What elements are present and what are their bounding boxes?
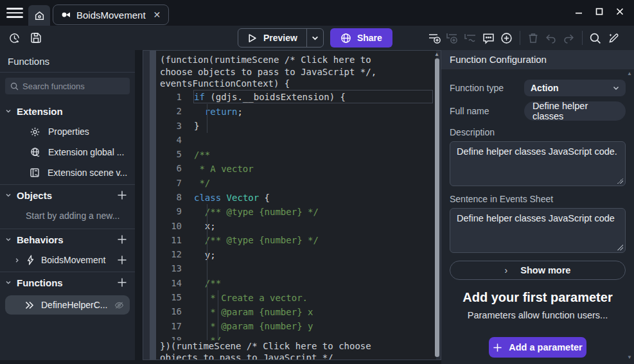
- line-number: 5: [156, 149, 193, 159]
- search-icon: [10, 82, 19, 91]
- add-comment-button[interactable]: [480, 29, 498, 47]
- edit-sparkle-icon[interactable]: [604, 29, 622, 47]
- code-line[interactable]: 6 * A vector: [156, 161, 436, 175]
- redo-button[interactable]: [560, 29, 578, 47]
- add-event-button[interactable]: [426, 29, 444, 47]
- delete-button[interactable]: [524, 29, 542, 47]
- sidebar-item-properties[interactable]: Properties: [0, 121, 135, 142]
- sidebar-title: Functions: [0, 50, 135, 73]
- line-number: 6: [156, 163, 193, 173]
- sidebar-section-objects[interactable]: Objects: [0, 185, 135, 205]
- search-functions-input[interactable]: [22, 82, 119, 91]
- code-line[interactable]: 7 */: [156, 176, 436, 190]
- add-behavior-function-button[interactable]: [117, 255, 127, 265]
- undo-button[interactable]: [542, 29, 560, 47]
- code-line[interactable]: 5/**: [156, 147, 436, 161]
- code-line[interactable]: 1if (gdjs.__boidsExtension) {: [156, 90, 436, 104]
- preview-button[interactable]: Preview: [238, 33, 306, 43]
- line-number: 18: [156, 335, 193, 340]
- add-parameter-label: Add a parameter: [509, 342, 582, 352]
- preview-options-button[interactable]: [306, 29, 323, 47]
- code-header-text[interactable]: (function(runtimeScene /* Click here to …: [156, 51, 408, 90]
- code-line[interactable]: 12 y;: [156, 247, 436, 261]
- sentence-value: Define helper classes JavaScript code: [457, 213, 615, 223]
- code-lines[interactable]: 1if (gdjs.__boidsExtension) {2 return;3}…: [156, 90, 436, 340]
- add-parameter-button[interactable]: Add a parameter: [489, 337, 586, 358]
- add-object-button[interactable]: [117, 190, 127, 200]
- full-name-input[interactable]: Define helper classes: [524, 101, 626, 121]
- line-number: 16: [156, 306, 193, 316]
- add-function-button[interactable]: [117, 277, 127, 288]
- tab-boidsmovement[interactable]: BoidsMovement ✕: [53, 4, 169, 25]
- search-button[interactable]: [586, 29, 604, 47]
- item-label: Properties: [48, 126, 89, 137]
- home-tab[interactable]: [28, 5, 50, 26]
- code-footer-text[interactable]: })(runtimeScene /* Click here to choose …: [156, 340, 408, 360]
- js-code-editor[interactable]: (function(runtimeScene /* Click here to …: [156, 51, 436, 360]
- sidebar-item-definehelperclasses[interactable]: DefineHelperC...: [5, 295, 130, 315]
- add-behavior-button[interactable]: [117, 234, 127, 245]
- description-label: Description: [450, 127, 626, 137]
- code-line[interactable]: 11 /** @type {number} */: [156, 233, 436, 247]
- code-line[interactable]: 4: [156, 133, 436, 147]
- add-subevent-button[interactable]: [444, 29, 462, 47]
- sentence-textarea[interactable]: Define helper classes JavaScript code: [450, 208, 626, 253]
- resize-grip-icon[interactable]: [617, 245, 623, 250]
- sidebar-section-functions[interactable]: Functions: [0, 272, 135, 293]
- gear-icon: [30, 126, 40, 137]
- code-line[interactable]: 9 /** @type {number} */: [156, 204, 436, 218]
- choose-event-button[interactable]: [498, 29, 516, 47]
- plus-icon: [493, 343, 502, 352]
- code-line[interactable]: 14 /**: [156, 276, 436, 290]
- eye-off-icon[interactable]: [114, 301, 124, 309]
- function-type-select[interactable]: Action: [524, 80, 626, 96]
- sidebar-item-extension-scene[interactable]: Extension scene v...: [0, 162, 135, 183]
- objects-placeholder-text: Start by adding a new...: [0, 205, 135, 227]
- panel-scroll-up-icon[interactable]: ▲: [627, 71, 632, 76]
- description-textarea[interactable]: Define helper classes JavaScript code.: [450, 141, 626, 186]
- share-button[interactable]: Share: [330, 28, 392, 48]
- close-button[interactable]: [610, 3, 630, 21]
- events-scrollbar[interactable]: [435, 58, 439, 357]
- tab-close-icon[interactable]: ✕: [154, 10, 161, 20]
- code-line[interactable]: 8class Vector {: [156, 190, 436, 204]
- code-line[interactable]: 3}: [156, 118, 436, 132]
- item-label: DefineHelperC...: [41, 300, 108, 310]
- globe-icon: [340, 33, 351, 44]
- scroll-up-icon[interactable]: ▲: [434, 51, 439, 57]
- code-line[interactable]: 2 return;: [156, 104, 436, 118]
- code-line[interactable]: 16 * @param {number} x: [156, 304, 436, 318]
- code-line[interactable]: 13: [156, 261, 436, 275]
- version-history-button[interactable]: [5, 29, 23, 47]
- sidebar-section-behaviors[interactable]: Behaviors: [0, 229, 135, 250]
- function-configuration-panel: Function Configuration ▲ ▼ Function type…: [441, 50, 634, 364]
- code-line[interactable]: 15 * Create a vector.: [156, 290, 436, 304]
- event-drag-handle[interactable]: [150, 51, 156, 360]
- code-line[interactable]: 17 * @param {number} y: [156, 319, 436, 333]
- line-number: 7: [156, 178, 193, 188]
- chevron-right-icon[interactable]: [14, 257, 20, 263]
- minimize-button[interactable]: [568, 3, 589, 21]
- chevron-down-icon: [5, 279, 12, 286]
- search-functions-box[interactable]: [5, 78, 130, 94]
- line-number: 13: [156, 263, 193, 273]
- code-line[interactable]: 18 */: [156, 333, 436, 340]
- sidebar-item-extension-global[interactable]: Extension global ...: [0, 142, 135, 162]
- save-button[interactable]: [27, 29, 45, 47]
- sidebar-section-extension[interactable]: Extension: [0, 101, 135, 121]
- line-number: 15: [156, 292, 193, 302]
- add-other-events-button[interactable]: [462, 29, 480, 47]
- home-icon: [34, 10, 45, 21]
- resize-grip-icon[interactable]: [617, 178, 623, 184]
- code-line[interactable]: 10 x;: [156, 218, 436, 232]
- sidebar-item-boidsmovement[interactable]: BoidsMovement: [0, 250, 135, 270]
- tab-title: BoidsMovement: [76, 10, 146, 21]
- maximize-button[interactable]: [589, 3, 610, 21]
- extension-boid-icon: [61, 10, 71, 19]
- lightning-icon: [26, 255, 35, 265]
- main-menu-button[interactable]: [6, 6, 23, 20]
- show-more-button[interactable]: › Show more: [450, 261, 626, 280]
- chevron-down-icon: [312, 35, 319, 42]
- item-label: BoidsMovement: [41, 255, 110, 265]
- panel-scroll-down-icon[interactable]: ▼: [627, 354, 632, 360]
